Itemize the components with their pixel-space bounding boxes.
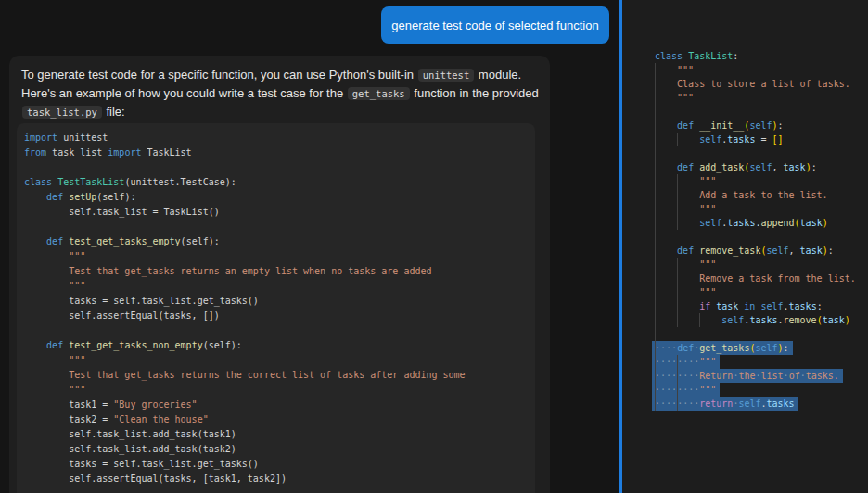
code-token: self.assertEqual(tasks, [task1, task2]) — [24, 474, 287, 484]
editor-code-content[interactable]: class TaskList: """ Class to store a lis… — [655, 49, 856, 411]
code-token: test_get_tasks_non_empty — [69, 340, 203, 350]
code-token: list — [761, 371, 784, 381]
code-line[interactable]: """ — [655, 258, 856, 272]
user-message-button[interactable]: generate test code of selected function — [381, 6, 609, 44]
message-text: file: — [103, 105, 125, 119]
code-token: self.task_list = TaskList() — [24, 207, 220, 217]
code-token: def — [46, 192, 69, 202]
code-token: """ — [24, 355, 85, 365]
code-line[interactable]: if task in self.tasks: — [655, 299, 856, 313]
code-line[interactable]: Class to store a list of tasks. — [655, 77, 856, 91]
code-token: """ — [655, 259, 716, 270]
code-token: TaskList — [141, 147, 191, 158]
code-token — [655, 246, 677, 256]
code-line: Test that get_tasks returns an empty lis… — [24, 264, 466, 279]
code-token: from — [24, 147, 46, 158]
code-editor[interactable]: class TaskList: """ Class to store a lis… — [622, 0, 868, 493]
code-token: append — [760, 218, 794, 228]
code-token: tasks. — [806, 371, 839, 381]
code-token: Test that get_tasks returns an empty lis… — [24, 266, 432, 276]
code-token: self — [766, 246, 788, 256]
indent-guide — [699, 313, 700, 327]
code-line — [24, 160, 466, 175]
selection-highlight: ········""" — [652, 383, 720, 397]
code-line: def test_get_tasks_non_empty(self): — [24, 338, 466, 353]
code-token: """ — [655, 204, 716, 214]
code-token: self.assertEqual(tasks, []) — [24, 310, 220, 321]
code-line: from task_list import TaskList — [24, 145, 466, 160]
code-token: ) — [845, 315, 850, 325]
code-token: tasks — [767, 398, 795, 409]
code-token: task_list — [46, 147, 108, 158]
code-line[interactable] — [655, 327, 856, 341]
code-line[interactable]: """ — [655, 91, 856, 105]
code-line[interactable]: def __init__(self): — [655, 119, 856, 133]
code-token: (unittest.TestCase): — [124, 177, 236, 187]
code-token: task — [716, 301, 738, 311]
code-line[interactable] — [655, 105, 856, 119]
code-line[interactable]: Remove a task from the list. — [655, 272, 856, 285]
code-line: """ — [24, 249, 466, 264]
code-line[interactable] — [655, 230, 856, 244]
code-line[interactable]: """ — [655, 285, 856, 299]
chat-code-content: import unittestfrom task_list import Tas… — [24, 131, 466, 487]
code-line[interactable]: def add_task(self, task): — [655, 160, 856, 174]
code-token: tasks = self.task_list.get_tasks() — [24, 459, 259, 469]
code-token: def — [46, 236, 69, 246]
code-token: TestTaskList — [57, 177, 124, 187]
code-token: = — [755, 134, 772, 145]
message-text: module. — [475, 68, 521, 82]
code-token: (self): — [203, 340, 242, 350]
code-line-selected[interactable]: ····def·get_tasks(self): — [655, 341, 856, 355]
selection-highlight: ····def·get_tasks(self): — [652, 341, 793, 355]
code-line: """ — [24, 353, 466, 368]
code-token: def — [677, 120, 699, 131]
code-line[interactable]: self.tasks = [] — [655, 133, 856, 146]
code-line: self.assertEqual(tasks, [task1, task2]) — [24, 472, 466, 487]
message-text: Here's an example of how you could write… — [21, 86, 347, 100]
code-line: Test that get_tasks returns the correct … — [24, 368, 466, 383]
message-line: Here's an example of how you could write… — [21, 84, 546, 103]
indent-guide — [677, 355, 678, 411]
code-line[interactable]: def remove_task(self, task): — [655, 244, 856, 258]
code-line-selected[interactable]: ········Return·the·list·of·tasks. — [655, 369, 856, 383]
code-line: def setUp(self): — [24, 190, 466, 205]
code-line-selected[interactable]: ········""" — [655, 355, 856, 369]
code-token: task — [823, 315, 845, 325]
code-token: def — [46, 340, 69, 350]
code-line — [24, 323, 466, 338]
code-line: self.assertEqual(tasks, []) — [24, 309, 466, 323]
code-token: self — [699, 134, 721, 145]
code-line[interactable]: self.tasks.append(task) — [655, 216, 856, 230]
code-line[interactable]: """ — [655, 174, 856, 188]
code-token: Return — [699, 371, 733, 381]
message-line: To generate test code for a specific fun… — [21, 66, 546, 84]
indent-guide — [677, 174, 678, 230]
code-line[interactable]: Add a task to the list. — [655, 188, 856, 202]
code-line[interactable] — [655, 146, 856, 160]
code-line[interactable]: """ — [655, 202, 856, 216]
code-token: """ — [655, 287, 716, 297]
code-line: """ — [24, 383, 466, 398]
code-token — [655, 315, 721, 325]
code-token: import — [108, 147, 141, 158]
code-token: Test that get_tasks returns the correct … — [24, 370, 466, 380]
code-token: tasks — [727, 218, 755, 228]
code-token: setUp — [69, 192, 96, 202]
code-line[interactable]: self.tasks.remove(task) — [655, 313, 856, 327]
code-token: (self): — [96, 192, 135, 202]
code-line[interactable]: class TaskList: — [655, 49, 856, 63]
code-line-selected[interactable]: ········return·self.tasks — [655, 397, 856, 411]
assistant-message-text: To generate test code for a specific fun… — [21, 66, 546, 121]
code-token: : — [778, 120, 784, 131]
code-token: Add a task to the list. — [655, 190, 828, 200]
code-token: self — [760, 301, 783, 311]
code-token: self — [699, 218, 721, 228]
code-line[interactable]: """ — [655, 63, 856, 77]
code-token: "Clean the house" — [113, 414, 208, 424]
code-token: __init__ — [699, 120, 744, 131]
code-line-selected[interactable]: ········""" — [655, 383, 856, 397]
code-line: self.task_list.add_task(task2) — [24, 442, 466, 457]
indent-guide — [677, 258, 678, 327]
code-token — [655, 162, 677, 172]
